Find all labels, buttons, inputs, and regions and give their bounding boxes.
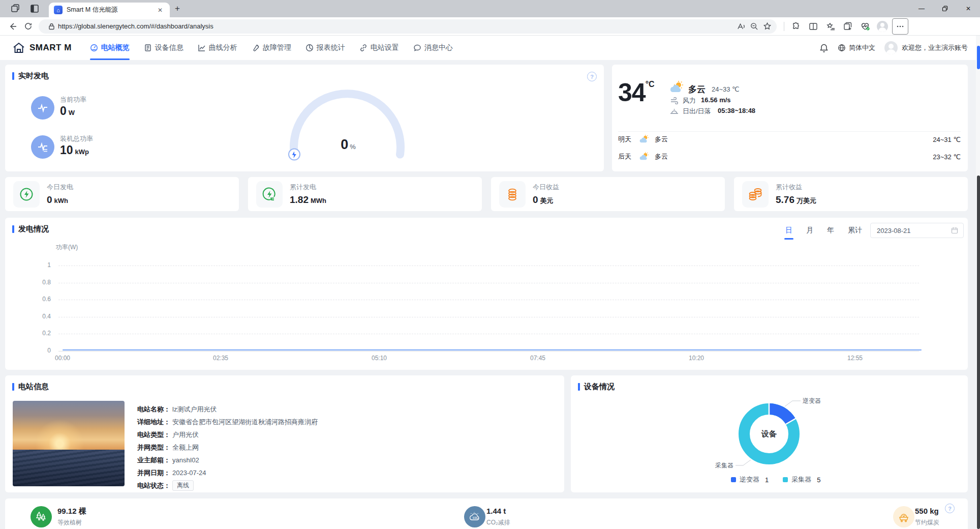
forecast-row-tomorrow: 明天 多云 24~31 ℃ [618,134,961,144]
scrollbar-blue-segment[interactable] [977,46,980,69]
minimize-button[interactable]: — [910,0,933,17]
tab-title: Smart M 信光能源 [67,6,156,14]
nav-item-message-center[interactable]: 消息中心 [413,36,453,60]
stat-label: 今日收益 [533,183,559,192]
url-text[interactable]: https://global.slenergytech.com/#/dashbo… [58,22,734,30]
toolbar-right [782,18,908,35]
wind-icon [670,97,679,104]
installed-power-label: 装机总功率 [60,134,93,143]
stat-label: 累计发电 [290,183,326,192]
toolbar-divider [784,22,784,31]
split-screen-icon[interactable] [806,19,821,34]
close-button[interactable]: ✕ [957,0,980,17]
nav-item-fault-management[interactable]: 故障管理 [252,36,291,60]
callout-inverter: 逆变器 [803,397,821,404]
coal-label: 节约煤炭 [915,518,939,527]
read-aloud-icon[interactable] [734,20,747,33]
x-tick: 02:35 [205,355,236,362]
browser-essentials-icon[interactable] [858,19,873,34]
stat-value: 5.76万美元 [776,194,816,205]
current-power-label: 当前功率 [60,95,86,104]
coal-icon [893,506,914,527]
browser-toolbar: https://global.slenergytech.com/#/dashbo… [0,17,980,36]
tab-actions-icon[interactable] [29,4,40,14]
brand-logo-icon [12,42,25,54]
partly-cloudy-icon [638,152,650,161]
current-power-value: 0W [60,104,75,118]
nav-item-device-info[interactable]: 设备信息 [144,36,183,60]
plant-field-row: 电站类型：户用光伏 [137,430,199,439]
favorites-list-icon[interactable] [823,19,838,34]
section-title-plant: 电站信息 [12,382,49,392]
nav-item-plant-overview[interactable]: 电站概览 [90,36,130,60]
partly-cloudy-icon [669,81,684,94]
help-icon[interactable]: ? [945,504,955,513]
plant-info-card: 电站信息 电站名称：lz测试户用光伏 详细地址：安徽省合肥市包河区望湖街道秋浦河… [5,375,564,492]
legend-swatch [783,477,788,482]
forecast-range: 23~32 ℃ [933,153,961,161]
nav-item-plant-settings[interactable]: 电站设置 [359,36,399,60]
scrollbar-thumb[interactable] [977,175,980,529]
help-icon[interactable]: ? [587,72,597,81]
partly-cloudy-icon [638,135,650,144]
settings-more-icon[interactable] [892,18,908,35]
new-tab-button[interactable]: + [175,4,180,14]
weather-condition: 多云 [688,83,706,95]
y-tick: 0.4 [30,313,51,320]
lock-icon[interactable] [45,20,58,33]
donut-center-label: 设备 [749,429,789,439]
date-picker[interactable]: 2023-08-21 [870,223,964,238]
title-accent-bar [12,72,14,80]
plant-field-row: 并网类型：全额上网 [137,443,199,452]
stat-card-today-generation: 今日发电 0kWh [5,177,239,211]
brand[interactable]: SMART M [12,42,72,54]
nav-item-curve-analysis[interactable]: 曲线分析 [198,36,237,60]
language-switcher[interactable]: 简体中文 [838,43,875,52]
collections-icon[interactable] [840,19,855,34]
back-icon[interactable] [5,19,20,34]
notification-bell-icon[interactable] [819,43,829,53]
globe-icon [838,44,846,52]
gridline [58,266,919,266]
stat-label: 今日发电 [47,183,73,192]
section-title-devices: 设备情况 [578,382,615,392]
y-tick: 0.8 [30,279,51,286]
weather-card: 34°C 多云 24~33 ℃ 风力 16.56 m/s 日出/日落 05:38… [612,65,968,171]
trees-value: 99.12 棵 [57,507,86,516]
co2-value: 1.44 t [486,507,506,515]
legend-collector[interactable]: 采集器 5 [783,475,820,484]
favorite-star-icon[interactable] [760,20,774,33]
workspaces-icon[interactable] [10,4,20,14]
wind-label: 风力 [683,96,696,105]
nav-item-report-statistics[interactable]: 报表统计 [305,36,345,60]
browser-tab[interactable]: ⌂ Smart M 信光能源 ✕ [49,3,170,17]
nav-label: 报表统计 [317,43,345,52]
gridline [58,300,919,300]
stat-card-total-revenue: 累计收益 5.76万美元 [734,177,968,211]
environmental-benefits-card: 99.12 棵 等效植树 CO₂ 1.44 t CO₂减排 550 kg 节约煤… [5,498,968,529]
tab-total[interactable]: 累计 [848,226,862,235]
restore-button[interactable] [933,0,957,17]
nav-label: 设备信息 [155,43,183,52]
today-revenue-icon [499,181,526,208]
power-gauge [269,77,427,168]
x-tick: 00:00 [47,355,78,362]
zoom-out-icon[interactable] [747,20,760,33]
address-bar[interactable]: https://global.slenergytech.com/#/dashbo… [39,19,777,34]
calendar-icon [951,227,958,234]
tab-day[interactable]: 日 [785,226,792,235]
tree-icon [30,506,52,527]
legend-inverter[interactable]: 逆变器 1 [731,475,769,484]
plant-field-row: 电站状态： 离线 [137,480,194,491]
callout-collector: 采集器 [715,462,733,469]
tab-year[interactable]: 年 [827,226,834,235]
device-list-icon [144,44,152,52]
extensions-icon[interactable] [788,19,804,34]
legend-swatch [731,477,736,482]
account-menu[interactable]: 欢迎您，业主演示账号 [884,41,968,54]
tab-close-icon[interactable]: ✕ [156,6,165,15]
refresh-icon[interactable] [20,19,36,34]
tab-month[interactable]: 月 [806,226,813,235]
profile-avatar[interactable] [875,19,890,34]
curve-chart-icon [198,44,206,52]
